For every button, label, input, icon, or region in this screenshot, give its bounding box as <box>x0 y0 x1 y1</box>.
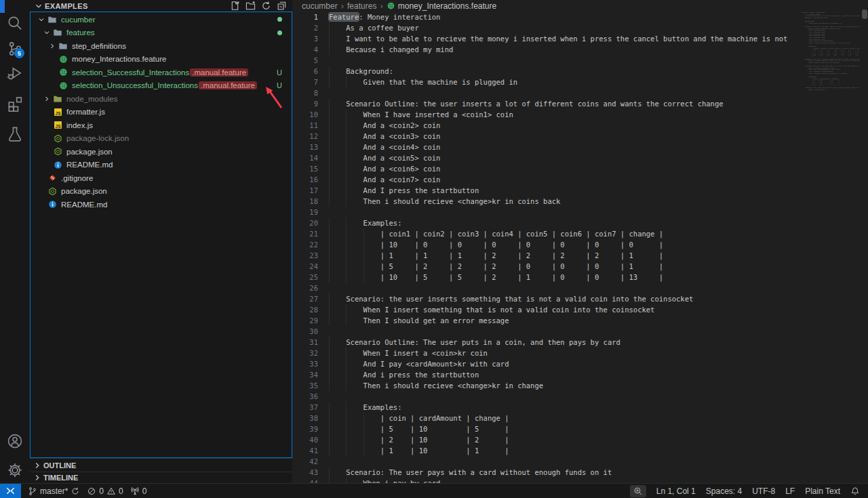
code-line[interactable]: 17 And I press the startbutton <box>292 185 802 196</box>
tree-item-index-js[interactable]: JSindex.js <box>31 119 292 132</box>
code-line[interactable]: 14 And a <coin5> coin <box>292 152 802 163</box>
code-line[interactable]: 31 Scenario Outline: The user puts in a … <box>292 337 802 348</box>
code-line[interactable]: 41 | 1 | 10 | 1 | <box>292 445 802 456</box>
search-icon[interactable] <box>7 15 23 31</box>
code-line[interactable]: 35 Then i should recieve <change>kr in c… <box>292 380 802 391</box>
code-line[interactable]: 33 And I pay <cardAmount>kr with card <box>292 358 802 369</box>
chevron-down-icon[interactable] <box>36 14 47 25</box>
tree-item--gitignore[interactable]: .gitignore <box>31 171 292 185</box>
code-line[interactable]: 29 Then I should get an error message <box>292 315 802 326</box>
new-file-icon[interactable] <box>229 1 240 12</box>
testing-icon[interactable] <box>7 126 23 142</box>
tree-item-readme-md[interactable]: README.md <box>31 159 292 172</box>
tree-item-readme-md[interactable]: README.md <box>31 198 292 211</box>
code-line[interactable]: 34 And i press the startbutton <box>292 369 802 380</box>
new-folder-icon[interactable] <box>245 1 256 12</box>
code-line[interactable]: 32 When I insert a <coin>kr coin <box>292 348 802 358</box>
collapse-all-icon[interactable] <box>276 1 287 12</box>
indentation-status[interactable]: Spaces: 4 <box>706 486 742 496</box>
code-line[interactable]: 12 And a <coin3> coin <box>292 131 802 142</box>
tree-item-cucumber[interactable]: cucumber <box>31 13 292 26</box>
code-line[interactable]: 24 | 5 | 2 | 2 | 2 | 0 | 0 | 0 | 1 | <box>292 261 802 272</box>
outline-section-header[interactable]: OUTLINE <box>30 458 292 472</box>
chevron-right-icon[interactable] <box>47 41 58 51</box>
code-line[interactable]: 11 And a <coin2> coin <box>292 120 802 131</box>
refresh-icon[interactable] <box>260 1 271 12</box>
line-number: 1 <box>292 12 318 22</box>
tree-item-package-json[interactable]: package.json <box>31 145 292 159</box>
code-line[interactable]: 44 When i pay by card <box>292 478 802 483</box>
code-line[interactable]: 16 And a <coin7> coin <box>292 174 802 185</box>
tree-item-selection-unsuccessful-interactions[interactable]: selection_Unsuccessful_Interactions.manu… <box>31 79 292 93</box>
code-line[interactable]: 6 Background: <box>292 66 802 77</box>
code-line[interactable]: 37 Examples: <box>292 402 802 413</box>
tree-item-package-json[interactable]: package.json <box>31 185 292 199</box>
code-line[interactable]: 26 <box>292 283 802 293</box>
breadcrumb-file[interactable]: money_Interactions.feature <box>398 1 496 11</box>
scrollbar-thumb[interactable] <box>862 9 867 19</box>
branch-status[interactable]: master* <box>28 486 80 496</box>
breadcrumb-separator: › <box>380 1 382 11</box>
language-mode[interactable]: Plain Text <box>805 486 840 496</box>
tree-item-node-modules[interactable]: node_modules <box>31 92 292 106</box>
minimap[interactable]: Feature: Money interaction As a coffee b… <box>802 12 860 483</box>
indent-guide <box>329 272 330 283</box>
eol-status[interactable]: LF <box>785 486 795 496</box>
code-line[interactable]: 36 <box>292 391 802 402</box>
code-line[interactable]: 19 <box>292 207 802 217</box>
ports-status[interactable]: 0 <box>130 486 147 496</box>
line-number: 14 <box>292 152 318 163</box>
code-line[interactable]: 4 Because i changed my mind <box>292 44 802 55</box>
code-line[interactable]: 23 | 1 | 1 | 1 | 2 | 2 | 2 | 2 | 1 | <box>292 250 802 261</box>
explorer-section-header[interactable]: EXAMPLES <box>30 0 292 12</box>
notifications-bell-icon[interactable] <box>850 486 860 496</box>
code-line[interactable]: 22 | 10 | 0 | 0 | 0 | 0 | 0 | 0 | 0 | <box>292 239 802 250</box>
code-line[interactable]: 40 | 2 | 10 | 2 | <box>292 434 802 445</box>
code-line[interactable]: 42 <box>292 456 802 467</box>
encoding-status[interactable]: UTF-8 <box>752 486 775 496</box>
indent-guide <box>329 467 330 478</box>
tree-item-money-interactions-feature[interactable]: money_Interactions.feature <box>31 53 292 66</box>
code-line[interactable]: 15 And a <coin6> coin <box>292 163 802 174</box>
problems-status[interactable]: 0 0 <box>87 486 123 496</box>
code-line[interactable]: 9 Scenario Outline: the user inserts a l… <box>292 98 802 109</box>
code-area[interactable]: 1Feature: Money interaction2 As a coffee… <box>292 12 802 483</box>
code-line[interactable]: 2 As a coffee buyer <box>292 22 802 33</box>
tree-item-selection-successful-interactions[interactable]: selection_Successful_Interactions.manual… <box>31 66 292 79</box>
code-line[interactable]: 18 Then i should recieve <change>kr in c… <box>292 196 802 207</box>
code-line[interactable]: 39 | 5 | 10 | 5 | <box>292 423 802 434</box>
code-line[interactable]: 43 Scenario: The user pays with a card w… <box>292 467 802 478</box>
code-line[interactable]: 10 When I have inserted a <coin1> coin <box>292 109 802 120</box>
zoom-icon[interactable] <box>630 485 646 497</box>
code-line[interactable]: 30 <box>292 326 802 337</box>
breadcrumb-folder[interactable]: features <box>347 1 376 11</box>
remote-indicator[interactable] <box>0 484 21 498</box>
indent-guide <box>329 337 330 348</box>
tree-item-package-lock-json[interactable]: package-lock.json <box>31 132 292 146</box>
breadcrumb-folder[interactable]: cucumber <box>302 1 338 11</box>
code-line[interactable]: 38 | coin | cardAmount | change | <box>292 413 802 423</box>
code-line[interactable]: 28 When I insert something that is not a… <box>292 304 802 315</box>
cursor-position[interactable]: Ln 1, Col 1 <box>656 486 696 496</box>
code-line[interactable]: 7 Given that the machine is plugged in <box>292 77 802 87</box>
settings-gear-icon[interactable] <box>7 462 23 478</box>
accounts-icon[interactable] <box>7 433 23 449</box>
tree-item-formatter-js[interactable]: JSformatter.js <box>31 106 292 119</box>
extensions-icon[interactable] <box>7 96 23 112</box>
code-line[interactable]: 25 | 10 | 5 | 5 | 2 | 1 | 0 | 0 | 13 | <box>292 272 802 283</box>
run-and-debug-icon[interactable] <box>7 65 23 81</box>
chevron-down-icon[interactable] <box>41 27 52 38</box>
chevron-right-icon[interactable] <box>41 94 52 104</box>
code-line[interactable]: 8 <box>292 87 802 98</box>
code-line[interactable]: 20 Examples: <box>292 217 802 228</box>
code-line[interactable]: 21 | coin1 | coin2 | coin3 | coin4 | coi… <box>292 228 802 239</box>
timeline-section-header[interactable]: TIMELINE <box>30 472 292 483</box>
code-line[interactable]: 13 And a <coin4> coin <box>292 142 802 152</box>
code-line[interactable]: 5 <box>292 55 802 66</box>
code-line[interactable]: 3 I want to be able to recieve the money… <box>292 33 802 44</box>
tree-item-features[interactable]: features <box>31 26 292 40</box>
code-line[interactable]: 1Feature: Money interaction <box>292 12 802 22</box>
code-line[interactable]: 27 Scenario: the user inserts something … <box>292 293 802 304</box>
tree-item-step-definitions[interactable]: step_definitions <box>31 39 292 53</box>
editor-scrollbar[interactable] <box>861 0 868 483</box>
